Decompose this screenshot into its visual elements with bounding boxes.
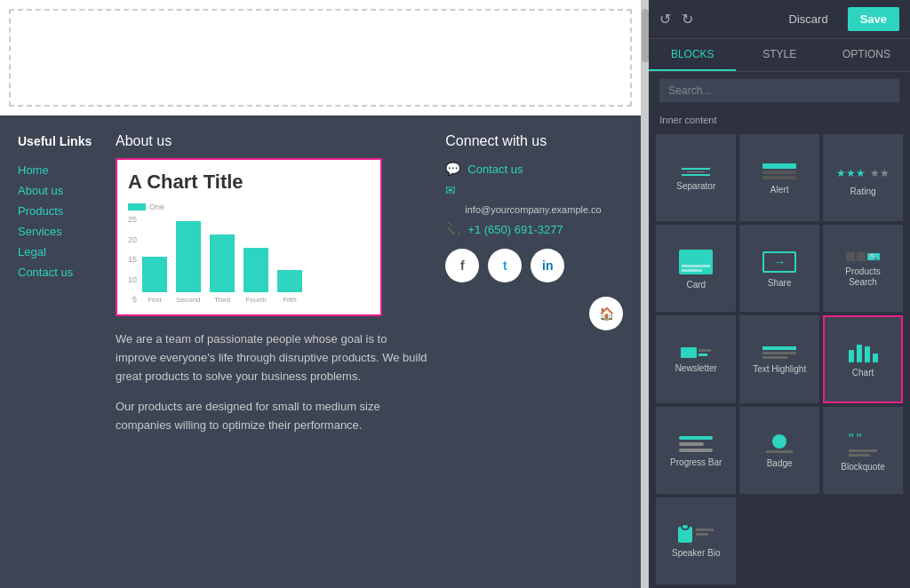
sidebar: ↺ ↻ Discard Save BLOCKS STYLE OPTIONS In… [649,0,910,588]
nav-link-services[interactable]: Services [18,225,98,238]
y-label-15: 15 [128,255,137,264]
email-address: info@yourcompany.example.co [465,204,623,215]
block-separator[interactable]: Separator [656,134,736,221]
body-text-2: Our products are designed for small to m… [116,398,427,435]
bar-second [176,221,201,292]
connect-section: Connect with us 💬 Contact us ✉ info@your… [445,133,623,570]
contact-us-label[interactable]: Contact us [467,163,523,176]
chart-block[interactable]: A Chart Title One 25 20 15 10 5 [116,158,382,316]
nav-link-home[interactable]: Home [18,163,98,177]
middle-content: About us A Chart Title One 25 20 15 10 5 [116,133,427,570]
block-label-rating: Rating [850,187,876,197]
bar-fourth [243,248,268,292]
block-rating[interactable]: ★★★ ★★ Rating [823,134,903,221]
block-products-search[interactable]: 🔍 Products Search [823,225,903,312]
y-label-5: 5 [128,295,137,304]
discard-button[interactable]: Discard [780,9,837,29]
block-label-progress-bar: Progress Bar [670,457,722,468]
block-badge[interactable]: Badge [739,407,819,494]
canvas-scrollbar[interactable] [642,0,649,588]
bar-group-first: First [142,257,167,304]
tab-style[interactable]: STYLE [736,39,823,71]
block-card[interactable]: Card [656,225,736,312]
bars-container: First Second Third Fourth [142,215,370,304]
products-search-icon: 🔍 [846,252,880,261]
badge-icon [766,434,793,453]
card-icon [679,250,713,274]
bar-group-fourth: Fourth [243,248,268,304]
body-text-1: We are a team of passionate people whose… [116,330,427,385]
block-label-share: Share [768,278,792,289]
nav-link-products[interactable]: Products [18,204,98,218]
y-axis: 25 20 15 10 5 [128,215,137,304]
block-text-highlight[interactable]: Text Highlight [739,315,819,402]
tab-blocks[interactable]: BLOCKS [649,39,736,71]
block-speaker-bio[interactable]: Speaker Bio [656,497,736,584]
home-button[interactable]: 🏠 [589,297,623,330]
bar-label-first: First [148,296,162,304]
nav-link-contact[interactable]: Contact us [18,266,98,279]
nav-link-legal[interactable]: Legal [18,245,98,258]
legend-label: One [149,203,164,211]
nav-link-about[interactable]: About us [18,184,98,197]
empty-placeholder [9,9,632,107]
block-label-separator: Separator [676,181,715,192]
nav-title: Useful Links [18,133,98,149]
block-blockquote[interactable]: " " Blockquote [823,407,903,494]
rating-icon: ★★★ ★★ [836,163,890,181]
search-container [649,72,910,109]
phone-icon: 📞 [445,222,460,236]
canvas-area: Useful Links Home About us Products Serv… [0,0,642,588]
connect-title: Connect with us [445,133,623,149]
redo-icon[interactable]: ↻ [682,11,693,28]
blockquote-icon: " " [849,432,877,457]
about-section-title: About us [116,133,427,149]
y-label-20: 20 [128,235,137,244]
envelope-icon: ✉ [445,183,456,197]
separator-icon [682,168,710,176]
canvas-scrollbar-thumb [642,9,649,62]
block-label-badge: Badge [767,458,793,469]
chart-title: A Chart Title [128,171,370,194]
block-label-alert: Alert [770,185,789,195]
block-label-newsletter: Newsletter [675,363,717,374]
block-alert[interactable]: Alert [739,134,819,221]
toolbar: ↺ ↻ Discard Save [649,0,910,39]
bar-label-third: Third [214,296,230,304]
block-share[interactable]: → Share [739,225,819,312]
speaker-bio-icon [678,527,714,543]
tab-options[interactable]: OPTIONS [823,39,910,71]
undo-icon[interactable]: ↺ [659,11,671,28]
newsletter-icon [681,347,711,358]
page-content: Useful Links Home About us Products Serv… [0,115,641,588]
block-chart[interactable]: Chart [823,315,903,402]
chart-legend: One [128,203,370,211]
progress-bar-icon [679,436,713,452]
tabs: BLOCKS STYLE OPTIONS [649,39,910,72]
share-icon: → [762,251,796,273]
email-item: ✉ [445,183,623,197]
block-label-speaker-bio: Speaker Bio [672,548,720,559]
block-progress-bar[interactable]: Progress Bar [656,407,736,494]
block-newsletter[interactable]: Newsletter [656,315,736,402]
facebook-button[interactable]: f [445,249,479,282]
block-label-products-search: Products Search [830,266,896,288]
search-input[interactable] [659,79,899,102]
bar-fifth [277,270,302,292]
bar-group-fifth: Fifth [277,270,302,304]
blocks-grid: Separator Alert ★★★ ★★ Rating [649,131,910,588]
y-label-10: 10 [128,275,137,284]
phone-item: 📞 +1 (650) 691-3277 [445,222,623,236]
inner-content-label: Inner content [649,109,910,131]
linkedin-button[interactable]: in [531,249,564,282]
twitter-button[interactable]: t [488,249,522,282]
bar-first [142,257,167,292]
save-button[interactable]: Save [848,7,899,31]
left-navigation: Useful Links Home About us Products Serv… [18,133,98,570]
bar-third [210,234,235,292]
block-label-card: Card [686,280,706,290]
block-label-blockquote: Blockquote [841,462,884,473]
text-highlight-icon [762,346,796,359]
chart-icon [849,343,878,362]
speech-bubble-icon: 💬 [445,162,460,176]
